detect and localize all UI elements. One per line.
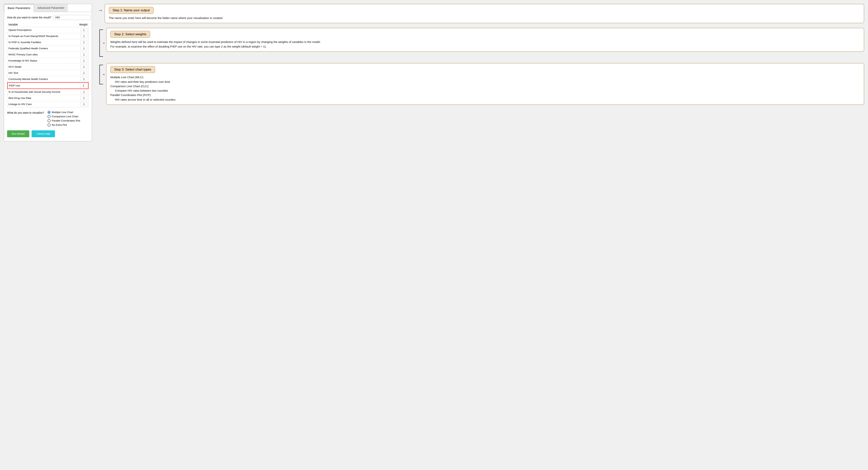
help-button[interactable]: I Need Help (32, 130, 55, 137)
var-name: PrEP Use (9, 84, 20, 87)
step3-row: Step 3: Select chart types Multiple Line… (98, 63, 864, 105)
var-name: Opioid Prescriptions (8, 29, 32, 31)
table-row: % POP in Juvenille Facilities (7, 39, 89, 46)
radio-item[interactable]: No Extra Plot (48, 123, 80, 126)
table-header: Variable Weight (7, 23, 89, 26)
weight-input[interactable] (81, 59, 87, 63)
var-name: HCV Death (8, 65, 22, 68)
step2-box: Step 2: Select weights Weights defined h… (106, 28, 864, 52)
weight-input[interactable] (81, 77, 87, 81)
col-weight-header: Weight (79, 23, 88, 26)
table-row: HCV Death (7, 64, 89, 70)
name-input[interactable] (54, 15, 91, 20)
radio-label: Parallel Coordinates Plot (52, 119, 80, 122)
step1-box: Step 1: Name your output The name you en… (104, 4, 864, 23)
bracket-step3 (98, 63, 104, 86)
weight-input[interactable] (81, 102, 87, 106)
table-row: Opioid Prescriptions (7, 27, 89, 33)
radio-item[interactable]: Comparison Line Chart (48, 115, 80, 118)
step2-title: Step 2: Select weights (110, 31, 150, 38)
step1-title: Step 1: Name your output (109, 7, 154, 14)
weight-input[interactable] (81, 40, 87, 44)
var-name: % of Households with Social Security Inc… (8, 90, 60, 93)
step3-box: Step 3: Select chart types Multiple Line… (106, 63, 864, 105)
radio-item[interactable]: Multiple Line Chart (48, 111, 80, 114)
col-variable-header: Variable (8, 23, 18, 26)
table-row: % People as Food Stamp/SNAP Recipients (7, 33, 89, 39)
var-name: Knowledge of HIV Status (8, 59, 37, 62)
weight-input[interactable] (81, 71, 87, 75)
table-row: Illicit Drug Use Rate (7, 95, 89, 101)
var-name: Linkage to HIV Care (8, 103, 32, 106)
var-name: Illicit Drug Use Rate (8, 97, 31, 99)
visualize-section: What do you want to visualize? Multiple … (7, 111, 89, 126)
visualize-label: What do you want to visualize? (7, 111, 44, 114)
var-name: Federally Qualified Health Centers (8, 47, 48, 50)
var-name: HIV Test (8, 71, 18, 75)
radio-label: No Extra Plot (52, 123, 67, 126)
var-name: Community Mental Health Centers (8, 78, 48, 81)
step3-title: Step 3: Select chart types (110, 66, 155, 73)
tabs-container: Basic Parameters Advanced Parameter (4, 4, 92, 12)
weight-input[interactable] (81, 53, 87, 57)
panel-body: How do you want to name the result? Vari… (4, 12, 92, 126)
weight-input[interactable] (81, 28, 87, 32)
radio-group: Multiple Line ChartComparison Line Chart… (48, 111, 80, 126)
weight-input[interactable] (81, 47, 87, 51)
left-panel: Basic Parameters Advanced Parameter How … (4, 4, 92, 141)
weight-input[interactable] (80, 84, 87, 88)
table-row: NHSC Primary Care sites (7, 52, 89, 58)
radio-label: Comparison Line Chart (52, 115, 78, 118)
run-model-button[interactable]: Run Model (7, 130, 29, 137)
table-row: Linkage to HIV Care (7, 101, 89, 107)
weight-input[interactable] (81, 65, 87, 69)
radio-circle (48, 115, 51, 118)
name-row: How do you want to name the result? (7, 15, 89, 20)
radio-circle (48, 111, 51, 114)
table-row: Knowledge of HIV Status (7, 58, 89, 64)
table-row: Community Mental Health Centers (7, 76, 89, 82)
step2-row: Step 2: Select weights Weights defined h… (98, 28, 864, 58)
radio-item[interactable]: Parallel Coordinates Plot (48, 119, 80, 122)
var-name: % People as Food Stamp/SNAP Recipients (8, 35, 58, 37)
tab-advanced[interactable]: Advanced Parameter (34, 4, 68, 12)
arrow-step1: → (98, 7, 103, 13)
weight-input[interactable] (81, 34, 87, 38)
name-label: How do you want to name the result? (7, 16, 51, 19)
radio-label: Multiple Line Chart (52, 111, 73, 114)
step1-body: The name you enter here will become the … (109, 16, 860, 20)
weight-input[interactable] (81, 96, 87, 100)
var-name: % POP in Juvenille Facilities (8, 41, 41, 44)
radio-circle (48, 123, 51, 126)
bracket-step2 (98, 28, 104, 58)
radio-circle (48, 119, 51, 122)
step3-body: Multiple Line Chart (MLC):HIV rates and … (110, 75, 860, 102)
step1-row: → Step 1: Name your output The name you … (98, 4, 864, 23)
table-row: % of Households with Social Security Inc… (7, 89, 89, 95)
table-row: PrEP Use (7, 82, 89, 89)
bottom-buttons: Run Model I Need Help (4, 127, 92, 137)
tab-basic[interactable]: Basic Parameters (4, 4, 34, 12)
right-panel: → Step 1: Name your output The name you … (98, 4, 864, 105)
table-row: Federally Qualified Health Centers (7, 46, 89, 52)
table-row: HIV Test (7, 70, 89, 76)
weight-input[interactable] (81, 90, 87, 94)
step2-body: Weights defined here will be used to est… (110, 40, 860, 49)
variables-table: Opioid Prescriptions% People as Food Sta… (7, 27, 89, 107)
var-name: NHSC Primary Care sites (8, 53, 38, 56)
